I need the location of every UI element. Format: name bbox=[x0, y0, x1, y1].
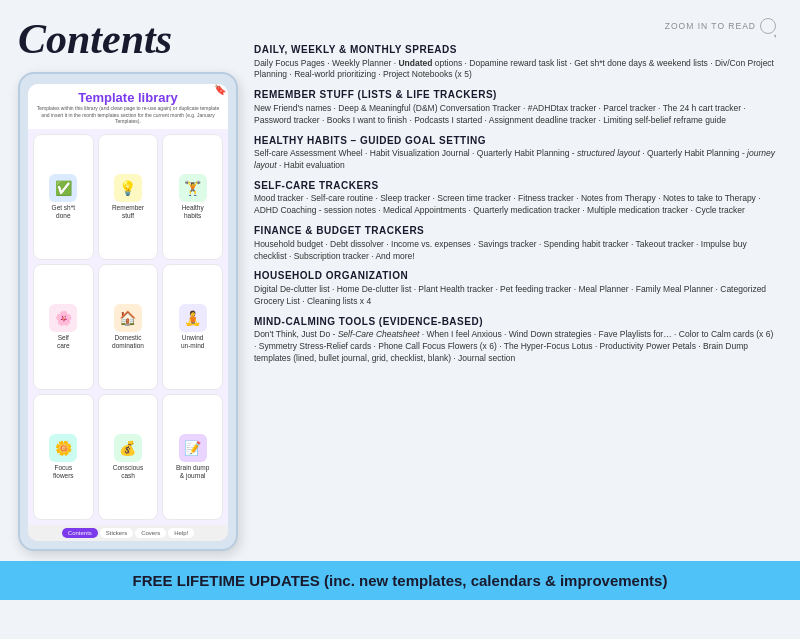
checkdone-icon: ✅ bbox=[49, 174, 77, 202]
template-subtitle: Templates within this library (and clean… bbox=[36, 105, 220, 125]
focus-label: Focusflowers bbox=[53, 464, 74, 480]
template-title-colored: library bbox=[138, 90, 178, 105]
zoom-icon bbox=[760, 18, 776, 34]
domestic-label: Domesticdomination bbox=[112, 334, 144, 350]
banner-bold: FREE LIFETIME UPDATES bbox=[133, 572, 320, 589]
healthy-icon: 🏋 bbox=[179, 174, 207, 202]
page-title: Contents bbox=[18, 18, 238, 60]
main-container: Contents 🔖 Template library Templates wi… bbox=[0, 0, 800, 600]
section-mindcalming-title: MIND-CALMING TOOLS (EVIDENCE-BASED) bbox=[254, 315, 776, 329]
selfcare-label: Selfcare bbox=[57, 334, 70, 350]
braindump-label: Brain dump& journal bbox=[176, 464, 209, 480]
bookmark-icon: 🔖 bbox=[214, 84, 226, 95]
grid-item-domestic: 🏠 Domesticdomination bbox=[98, 264, 159, 390]
grid-item-cash: 💰 Consciouscash bbox=[98, 394, 159, 520]
banner-normal: (inc. new templates, calendars & improve… bbox=[320, 572, 668, 589]
section-selfcare-title: SELF-CARE TRACKERS bbox=[254, 179, 776, 193]
section-healthy-title: HEALTHY HABITS – GUIDED GOAL SETTING bbox=[254, 134, 776, 148]
zoom-hint-text: ZOOM IN TO READ bbox=[665, 21, 756, 31]
unwind-label: Unwindun-mind bbox=[181, 334, 204, 350]
section-healthy-content: Self-care Assessment Wheel · Habit Visua… bbox=[254, 148, 776, 172]
healthy-label: Healthyhabits bbox=[182, 204, 204, 220]
template-title: Template library bbox=[36, 90, 220, 105]
focus-icon: 🌼 bbox=[49, 434, 77, 462]
template-title-plain: Template bbox=[78, 90, 134, 105]
banner-text: FREE LIFETIME UPDATES (inc. new template… bbox=[133, 572, 668, 589]
grid-item-unwind: 🧘 Unwindun-mind bbox=[162, 264, 223, 390]
remember-label: Rememberstuff bbox=[112, 204, 144, 220]
zoom-hint: ZOOM IN TO READ bbox=[254, 18, 776, 34]
tablet-footer: Contents Stickers Covers Help! bbox=[28, 525, 228, 541]
grid-item-checkdone: ✅ Get sh*tdone bbox=[33, 134, 94, 260]
section-selfcare-content: Mood tracker · Self-care routine · Sleep… bbox=[254, 193, 776, 217]
tab-stickers[interactable]: Stickers bbox=[100, 528, 133, 538]
section-daily-content: Daily Focus Pages · Weekly Planner · Und… bbox=[254, 58, 776, 82]
section-household: HOUSEHOLD ORGANIZATION Digital De-clutte… bbox=[254, 269, 776, 307]
tab-help[interactable]: Help! bbox=[168, 528, 194, 538]
section-remember: REMEMBER STUFF (LISTS & LIFE TRACKERS) N… bbox=[254, 88, 776, 126]
tab-covers[interactable]: Covers bbox=[135, 528, 166, 538]
section-finance-title: FINANCE & BUDGET TRACKERS bbox=[254, 224, 776, 238]
section-remember-title: REMEMBER STUFF (LISTS & LIFE TRACKERS) bbox=[254, 88, 776, 102]
section-remember-content: New Friend's names · Deep & Meaningful (… bbox=[254, 103, 776, 127]
section-household-title: HOUSEHOLD ORGANIZATION bbox=[254, 269, 776, 283]
selfcare-icon: 🌸 bbox=[49, 304, 77, 332]
tablet-mockup: 🔖 Template library Templates within this… bbox=[18, 72, 238, 551]
domestic-icon: 🏠 bbox=[114, 304, 142, 332]
braindump-icon: 📝 bbox=[179, 434, 207, 462]
section-daily: DAILY, WEEKLY & MONTHLY SPREADS Daily Fo… bbox=[254, 43, 776, 81]
right-panel: ZOOM IN TO READ DAILY, WEEKLY & MONTHLY … bbox=[254, 18, 776, 551]
section-household-content: Digital De-clutter list · Home De-clutte… bbox=[254, 284, 776, 308]
section-mindcalming-content: Don't Think, Just Do - Self-Care Cheatsh… bbox=[254, 329, 776, 365]
left-panel: Contents 🔖 Template library Templates wi… bbox=[18, 18, 238, 551]
tab-contents[interactable]: Contents bbox=[62, 528, 98, 538]
grid-item-braindump: 📝 Brain dump& journal bbox=[162, 394, 223, 520]
section-selfcare: SELF-CARE TRACKERS Mood tracker · Self-c… bbox=[254, 179, 776, 217]
top-section: Contents 🔖 Template library Templates wi… bbox=[0, 0, 800, 561]
bottom-banner: FREE LIFETIME UPDATES (inc. new template… bbox=[0, 561, 800, 600]
checkdone-label: Get sh*tdone bbox=[52, 204, 75, 220]
tablet-inner: 🔖 Template library Templates within this… bbox=[28, 84, 228, 541]
section-mindcalming: MIND-CALMING TOOLS (EVIDENCE-BASED) Don'… bbox=[254, 315, 776, 365]
section-finance-content: Household budget · Debt dissolver · Inco… bbox=[254, 239, 776, 263]
template-grid: ✅ Get sh*tdone 💡 Rememberstuff 🏋 Healthy… bbox=[28, 129, 228, 526]
section-finance: FINANCE & BUDGET TRACKERS Household budg… bbox=[254, 224, 776, 262]
cash-icon: 💰 bbox=[114, 434, 142, 462]
unwind-icon: 🧘 bbox=[179, 304, 207, 332]
grid-item-healthy: 🏋 Healthyhabits bbox=[162, 134, 223, 260]
cash-label: Consciouscash bbox=[113, 464, 143, 480]
section-daily-title: DAILY, WEEKLY & MONTHLY SPREADS bbox=[254, 43, 776, 57]
section-healthy: HEALTHY HABITS – GUIDED GOAL SETTING Sel… bbox=[254, 134, 776, 172]
remember-icon: 💡 bbox=[114, 174, 142, 202]
grid-item-focus: 🌼 Focusflowers bbox=[33, 394, 94, 520]
template-header: 🔖 Template library Templates within this… bbox=[28, 84, 228, 129]
grid-item-selfcare: 🌸 Selfcare bbox=[33, 264, 94, 390]
grid-item-remember: 💡 Rememberstuff bbox=[98, 134, 159, 260]
